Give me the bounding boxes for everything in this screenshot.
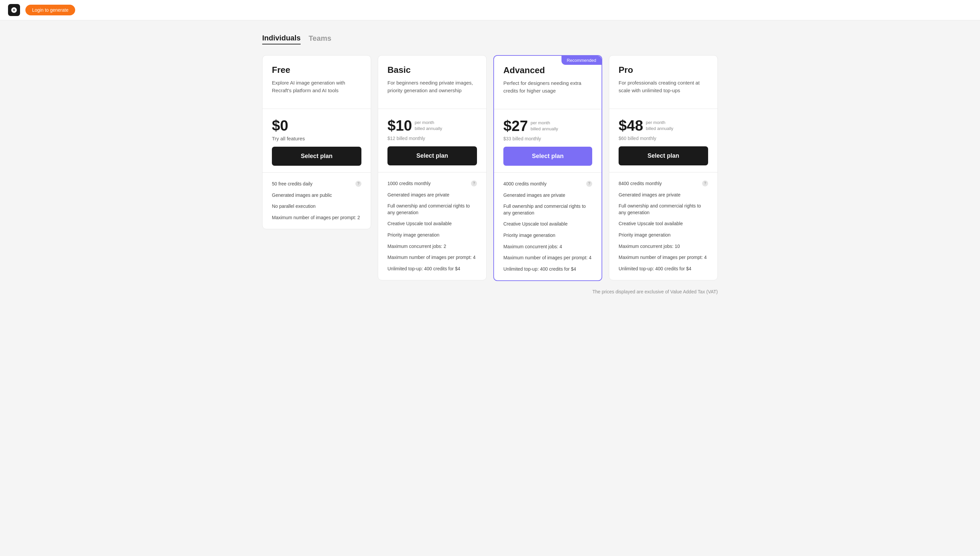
try-features-text: Try all features [272,136,361,141]
plan-description: For beginners needing private images, pr… [387,79,477,94]
plan-header: Pro For professionals creating content a… [609,55,717,109]
price-period: per monthbilled annually [646,120,673,132]
feature-info-icon: ? [355,181,361,187]
feature-item: Creative Upscale tool available [503,221,592,228]
plan-tabs: Individuals Teams [262,34,718,44]
feature-text: Generated images are private [503,192,592,199]
login-button[interactable]: Login to generate [26,5,75,15]
feature-text: Maximum concurrent jobs: 4 [503,244,592,250]
plans-grid: Free Explore AI image generation with Re… [262,55,718,281]
feature-item: Generated images are private [503,192,592,199]
feature-item: Priority image generation [387,232,477,239]
plan-price: $0 [272,118,288,133]
feature-text: Generated images are private [387,192,477,199]
select-plan-button[interactable]: Select plan [387,146,477,165]
feature-text: Priority image generation [503,232,592,239]
feature-item: Full ownership and commercial rights to … [619,203,708,216]
feature-info-icon: ? [702,180,708,186]
feature-text: 8400 credits monthly [619,180,702,187]
price-monthly: $33 billed monthly [503,136,592,141]
plan-features: 4000 credits monthly ? Generated images … [494,173,601,280]
feature-text: Maximum concurrent jobs: 2 [387,243,477,250]
feature-text: No parallel execution [272,203,361,210]
feature-text: Priority image generation [387,232,477,239]
feature-item: Creative Upscale tool available [387,221,477,227]
plan-description: Explore AI image generation with Recraft… [272,79,361,94]
price-period: per monthbilled annually [414,120,442,132]
feature-text: Maximum concurrent jobs: 10 [619,243,708,250]
feature-item: Maximum concurrent jobs: 4 [503,244,592,250]
plan-card-advanced: Recommended Advanced Perfect for designe… [493,55,602,281]
feature-item: Generated images are private [387,192,477,199]
feature-text: Maximum number of images per prompt: 4 [503,255,592,261]
plan-description: For professionals creating content at sc… [619,79,708,94]
plan-pricing: $10 per monthbilled annually $12 billed … [378,109,486,173]
plan-features: 50 free credits daily ? Generated images… [263,173,371,229]
feature-item: Maximum concurrent jobs: 2 [387,243,477,250]
feature-item: Full ownership and commercial rights to … [387,203,477,216]
plan-pricing: $27 per monthbilled annually $33 billed … [494,109,601,173]
feature-info-icon: ? [471,180,477,186]
select-plan-button[interactable]: Select plan [272,147,361,166]
plan-description: Perfect for designers needing extra cred… [503,79,592,95]
feature-item: Priority image generation [503,232,592,239]
feature-text: Priority image generation [619,232,708,239]
feature-text: Full ownership and commercial rights to … [387,203,477,216]
feature-item: Full ownership and commercial rights to … [503,203,592,216]
feature-text: Unlimited top-up: 400 credits for $4 [503,266,592,273]
plan-name: Pro [619,65,708,75]
feature-text: Creative Upscale tool available [619,221,708,227]
feature-text: Maximum number of images per prompt: 4 [619,254,708,261]
vat-notice: The prices displayed are exclusive of Va… [262,289,718,294]
feature-text: Full ownership and commercial rights to … [503,203,592,216]
feature-item: Creative Upscale tool available [619,221,708,227]
feature-item: Maximum number of images per prompt: 2 [272,215,361,221]
price-monthly: $60 billed monthly [619,136,708,141]
feature-item: Priority image generation [619,232,708,239]
feature-item: Maximum number of images per prompt: 4 [387,254,477,261]
select-plan-button[interactable]: Select plan [503,147,592,166]
app-logo [8,4,20,16]
price-monthly: $12 billed monthly [387,136,477,141]
feature-text: Creative Upscale tool available [503,221,592,228]
plan-features: 1000 credits monthly ? Generated images … [378,173,486,280]
feature-item: 1000 credits monthly ? [387,180,477,187]
feature-item: No parallel execution [272,203,361,210]
feature-item: Generated images are public [272,192,361,199]
feature-text: Creative Upscale tool available [387,221,477,227]
feature-item: Maximum number of images per prompt: 4 [619,254,708,261]
feature-text: 4000 credits monthly [503,181,586,187]
feature-item: 4000 credits monthly ? [503,181,592,187]
feature-text: Full ownership and commercial rights to … [619,203,708,216]
feature-text: Maximum number of images per prompt: 4 [387,254,477,261]
plan-features: 8400 credits monthly ? Generated images … [609,173,717,280]
feature-info-icon: ? [586,181,592,187]
feature-item: Unlimited top-up: 400 credits for $4 [503,266,592,273]
feature-text: Generated images are public [272,192,361,199]
tab-individuals[interactable]: Individuals [262,34,301,44]
plan-card-free: Free Explore AI image generation with Re… [262,55,371,229]
tab-teams[interactable]: Teams [309,34,331,44]
feature-text: 50 free credits daily [272,181,355,187]
feature-item: Unlimited top-up: 400 credits for $4 [619,266,708,272]
feature-item: 8400 credits monthly ? [619,180,708,187]
feature-item: 50 free credits daily ? [272,181,361,187]
plan-card-pro: Pro For professionals creating content a… [609,55,718,280]
plan-header: Basic For beginners needing private imag… [378,55,486,109]
feature-text: Generated images are private [619,192,708,199]
feature-text: Unlimited top-up: 400 credits for $4 [387,266,477,272]
plan-pricing: $0 Try all features Select plan [263,109,371,173]
feature-item: Maximum number of images per prompt: 4 [503,255,592,261]
plan-name: Basic [387,65,477,75]
feature-text: 1000 credits monthly [387,180,471,187]
feature-text: Maximum number of images per prompt: 2 [272,215,361,221]
select-plan-button[interactable]: Select plan [619,146,708,165]
plan-name: Free [272,65,361,75]
plan-name: Advanced [503,65,592,76]
plan-pricing: $48 per monthbilled annually $60 billed … [609,109,717,173]
feature-item: Maximum concurrent jobs: 10 [619,243,708,250]
price-period: per monthbilled annually [530,120,558,132]
recommended-badge: Recommended [561,56,601,65]
plan-header: Free Explore AI image generation with Re… [263,55,371,109]
feature-item: Unlimited top-up: 400 credits for $4 [387,266,477,272]
